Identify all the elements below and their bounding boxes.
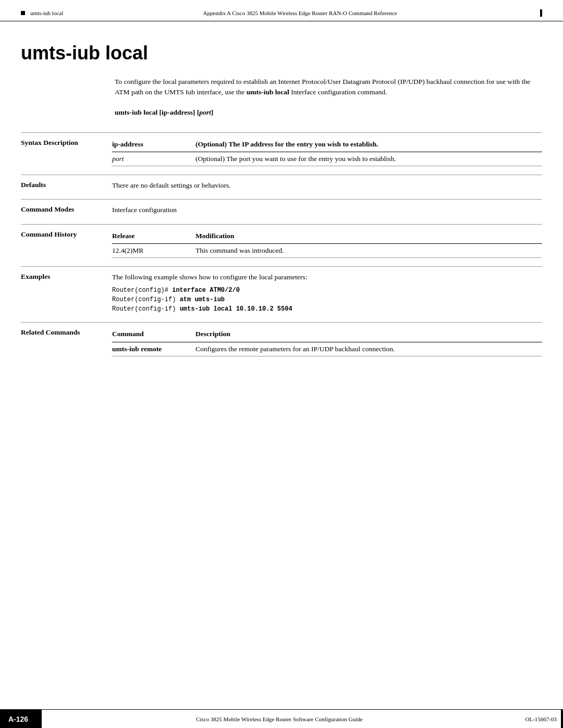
syntax-param-port: port: [112, 152, 195, 166]
command-modes-text: Interface configuration: [112, 205, 542, 215]
defaults-text: There are no default settings or behavio…: [112, 180, 542, 191]
syntax-description-label: Syntax Description: [21, 138, 112, 167]
syntax-table: ip-address (Optional) The IP address for…: [112, 138, 542, 167]
history-row-1: 12.4(2)MR This command was introduced.: [112, 243, 542, 257]
header-left: umts-iub local: [21, 10, 63, 16]
code-prefix-3: Router(config-if): [112, 305, 180, 313]
related-commands-table: Command Description umts-iub remote Conf…: [112, 328, 542, 356]
related-row-1: umts-iub remote Configures the remote pa…: [112, 342, 542, 356]
code-line-1: Router(config)# interface ATM0/2/0: [112, 286, 542, 295]
intro-bold-text: umts-iub local: [247, 88, 289, 96]
related-col-desc: Description: [195, 328, 542, 342]
related-command-1: umts-iub remote: [112, 342, 195, 356]
code-bold-2: atm umts-iub: [180, 296, 225, 303]
command-history-section: Command History Release Modification 12.…: [21, 224, 542, 267]
related-desc-1: Configures the remote parameters for an …: [195, 342, 542, 356]
code-prefix-1: Router(config)#: [112, 287, 172, 294]
related-commands-section: Related Commands Command Description umt…: [21, 322, 542, 365]
history-col-release: Release: [112, 230, 195, 244]
syntax-row-port: port (Optional) The port you want to use…: [112, 152, 542, 166]
intro-section: To configure the local parameters requir…: [115, 77, 542, 98]
history-release-1: 12.4(2)MR: [112, 243, 195, 257]
intro-text-after-bold: Interface configuration command.: [289, 88, 387, 96]
code-bold-3: umts-iub local 10.10.10.2 5504: [180, 305, 292, 313]
code-prefix-2: Router(config-if): [112, 296, 180, 303]
syntax-table-header-row: ip-address (Optional) The IP address for…: [112, 138, 542, 152]
syntax-bold1: ip-address: [162, 108, 193, 116]
header-square-icon: [21, 11, 25, 15]
header-bar-icon: [540, 9, 542, 17]
command-history-table: Release Modification 12.4(2)MR This comm…: [112, 230, 542, 258]
footer-center-text: Cisco 3825 Mobile Wireless Edge Router S…: [42, 710, 517, 728]
syntax-description-content: ip-address (Optional) The IP address for…: [112, 138, 542, 167]
examples-code-block: Router(config)# interface ATM0/2/0 Route…: [112, 286, 542, 314]
code-line-3: Router(config-if) umts-iub local 10.10.1…: [112, 304, 542, 314]
syntax-italic1: port: [199, 108, 211, 116]
code-bold-1: interface ATM0/2/0: [172, 287, 240, 294]
syntax-desc-port: (Optional) The port you want to use for …: [195, 152, 542, 166]
page-header: umts-iub local Appendix A Cisco 3825 Mob…: [0, 0, 563, 21]
syntax-col-param: ip-address: [112, 138, 195, 152]
page-footer: A-126 Cisco 3825 Mobile Wireless Edge Ro…: [0, 709, 563, 728]
footer-bar-icon: [561, 710, 563, 728]
history-header-row: Release Modification: [112, 230, 542, 244]
related-col-command: Command: [112, 328, 195, 342]
command-history-label: Command History: [21, 230, 112, 258]
examples-section: Examples The following example shows how…: [21, 266, 542, 322]
page-title: umts-iub local: [21, 42, 542, 64]
header-right: [537, 9, 542, 17]
syntax-description-section: Syntax Description ip-address (Optional)…: [21, 132, 542, 175]
related-commands-content: Command Description umts-iub remote Conf…: [112, 328, 542, 356]
examples-content: The following example shows how to confi…: [112, 272, 542, 314]
syntax-prefix: umts-iub local [: [115, 108, 162, 116]
header-center: Appendix A Cisco 3825 Mobile Wireless Ed…: [203, 10, 397, 16]
history-col-modification: Modification: [195, 230, 542, 244]
defaults-label: Defaults: [21, 180, 112, 191]
main-content: umts-iub local To configure the local pa…: [0, 21, 563, 406]
related-header-row: Command Description: [112, 328, 542, 342]
command-history-content: Release Modification 12.4(2)MR This comm…: [112, 230, 542, 258]
history-modification-1: This command was introduced.: [195, 243, 542, 257]
command-modes-section: Command Modes Interface configuration: [21, 199, 542, 224]
command-syntax: umts-iub local [ip-address] [port]: [115, 108, 542, 117]
related-commands-label: Related Commands: [21, 328, 112, 356]
examples-intro: The following example shows how to confi…: [112, 272, 542, 282]
header-breadcrumb: umts-iub local: [30, 10, 63, 16]
syntax-col-desc: (Optional) The IP address for the entry …: [195, 138, 542, 152]
examples-label: Examples: [21, 272, 112, 314]
defaults-section: Defaults There are no default settings o…: [21, 175, 542, 199]
command-modes-label: Command Modes: [21, 205, 112, 215]
footer-right-text: OL-15667-03: [517, 710, 564, 728]
code-line-2: Router(config-if) atm umts-iub: [112, 295, 542, 304]
footer-page-label: A-126: [0, 710, 42, 728]
footer-doc-number: OL-15667-03: [525, 716, 557, 722]
syntax-suffix: ]: [211, 108, 214, 116]
syntax-middle: ] [: [193, 108, 199, 116]
